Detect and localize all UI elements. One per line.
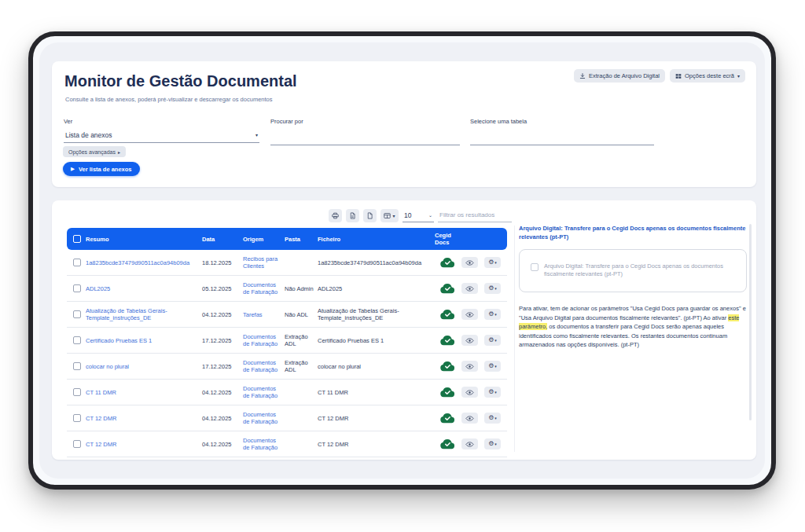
cell-resumo-link[interactable]: CT 12 DMR bbox=[86, 415, 202, 422]
view-button[interactable] bbox=[461, 283, 478, 294]
cell-resumo-link[interactable]: 1a8235bcde37479d90511ac0a94b09da bbox=[86, 259, 202, 266]
search-input[interactable] bbox=[270, 132, 460, 145]
cell-origem-link[interactable]: Documentos de Faturação bbox=[243, 437, 285, 451]
row-checkbox[interactable] bbox=[67, 362, 86, 370]
cegid-docs-status bbox=[433, 335, 461, 346]
view-button[interactable] bbox=[461, 438, 478, 449]
page-subtitle: Consulte a lista de anexos, poderá pré-v… bbox=[65, 96, 272, 103]
checkbox-icon bbox=[73, 336, 81, 344]
header-data[interactable]: Data bbox=[202, 236, 243, 243]
row-actions-button[interactable]: ⚙ ▾ bbox=[484, 438, 501, 449]
view-select-value: Lista de anexos bbox=[65, 131, 112, 139]
cell-resumo-link[interactable]: Certificado Pruebas ES 1 bbox=[86, 337, 202, 344]
row-checkbox[interactable] bbox=[67, 336, 86, 344]
row-actions-button[interactable]: ⚙ ▾ bbox=[484, 387, 501, 398]
caret-down-icon: ▾ bbox=[255, 133, 258, 138]
eye-icon bbox=[465, 286, 474, 292]
row-checkbox[interactable] bbox=[67, 259, 86, 266]
table-row: Atualização de Tabelas Gerais-Template_i… bbox=[67, 302, 507, 328]
row-checkbox[interactable] bbox=[67, 284, 86, 292]
cell-resumo-link[interactable]: ADL2025 bbox=[86, 285, 202, 292]
checkbox-icon bbox=[73, 362, 81, 370]
page-size-value: 10 bbox=[404, 211, 411, 219]
view-field-label: Ver bbox=[64, 118, 259, 125]
file-icon bbox=[366, 212, 373, 219]
search-field-label: Procurar por bbox=[270, 118, 460, 125]
screen-options-button[interactable]: Opções deste ecrã ▾ bbox=[670, 69, 745, 83]
cell-origem-link[interactable]: Recibos para Clientes bbox=[243, 255, 285, 270]
export-file-button[interactable] bbox=[363, 209, 377, 222]
cell-resumo-link[interactable]: colocar no plural bbox=[86, 363, 202, 370]
app-screen: Monitor de Gestão Documental Consulte a … bbox=[39, 42, 765, 479]
cell-origem-link[interactable]: Documentos de Faturação bbox=[243, 333, 285, 347]
row-actions-button[interactable]: ⚙ ▾ bbox=[484, 257, 501, 268]
view-button[interactable] bbox=[461, 309, 478, 320]
header-card: Monitor de Gestão Documental Consulte a … bbox=[52, 61, 756, 187]
gear-icon: ⚙ bbox=[488, 441, 494, 447]
columns-button[interactable]: ▾ bbox=[380, 209, 399, 222]
cell-data: 04.12.2025 bbox=[202, 389, 243, 396]
header-pasta[interactable]: Pasta bbox=[285, 236, 318, 243]
paragraph-text: Para ativar, tem de acionar os parâmetro… bbox=[519, 305, 746, 321]
caret-down-icon: ▾ bbox=[494, 339, 497, 343]
view-button[interactable] bbox=[461, 413, 478, 424]
caret-down-icon: ▾ bbox=[494, 313, 497, 317]
row-actions-button[interactable]: ⚙ ▾ bbox=[484, 309, 501, 320]
view-button[interactable] bbox=[461, 387, 478, 398]
cloud-check-icon bbox=[439, 309, 456, 320]
info-panel-title: Arquivo Digital: Transfere para o Cegid … bbox=[519, 224, 747, 241]
cell-pasta: Não ADL bbox=[285, 311, 318, 318]
extract-archive-button[interactable]: Extração de Arquivo Digital bbox=[574, 69, 665, 83]
row-actions-button[interactable]: ⚙ ▾ bbox=[484, 335, 501, 346]
view-button[interactable] bbox=[461, 335, 478, 346]
select-all-checkbox[interactable] bbox=[67, 235, 86, 243]
eye-icon bbox=[465, 416, 474, 421]
cell-origem-link[interactable]: Documentos de Faturação bbox=[243, 411, 285, 425]
header-cegid-docs[interactable]: Cegid Docs bbox=[433, 232, 461, 246]
header-ficheiro[interactable]: Ficheiro bbox=[318, 236, 433, 243]
view-select[interactable]: Lista de anexos ▾ bbox=[64, 130, 259, 143]
view-button[interactable] bbox=[461, 257, 478, 268]
cell-resumo-link[interactable]: Atualização de Tabelas Gerais-Template_i… bbox=[86, 307, 202, 321]
export-pdf-button[interactable] bbox=[346, 209, 359, 222]
cell-data: 04.12.2025 bbox=[202, 415, 243, 422]
play-icon: ▶ bbox=[71, 167, 75, 172]
header-origem[interactable]: Origem bbox=[243, 236, 285, 243]
gear-icon: ⚙ bbox=[488, 415, 494, 421]
cell-origem-link[interactable]: Documentos de Faturação bbox=[243, 281, 285, 295]
cell-resumo-link[interactable]: CT 12 DMR bbox=[86, 441, 202, 448]
tablet-device-frame: Monitor de Gestão Documental Consulte a … bbox=[28, 31, 776, 490]
cell-origem-link[interactable]: Documentos de Faturação bbox=[243, 359, 285, 373]
header-resumo[interactable]: Resumo bbox=[86, 236, 202, 243]
cloud-check-icon bbox=[439, 387, 456, 398]
caret-down-icon: ▾ bbox=[494, 365, 497, 369]
print-button[interactable] bbox=[329, 209, 342, 222]
filter-input[interactable] bbox=[438, 208, 512, 222]
advanced-options-button[interactable]: Opções avançadas ▸ bbox=[63, 146, 126, 157]
cell-origem-link[interactable]: Tarefas bbox=[243, 311, 285, 318]
view-attachments-button[interactable]: ▶ Ver lista de anexos bbox=[63, 162, 140, 176]
page-size-select[interactable]: 10 ⌄ bbox=[402, 208, 434, 222]
table-select-field: Selecione uma tabela bbox=[470, 118, 654, 145]
cell-ficheiro: CT 12 DMR bbox=[318, 441, 433, 448]
row-checkbox[interactable] bbox=[67, 388, 86, 396]
row-checkbox[interactable] bbox=[67, 440, 86, 448]
table-row: ADL2025 05.12.2025 Documentos de Faturaç… bbox=[67, 276, 507, 302]
view-button[interactable] bbox=[461, 361, 478, 372]
table-select-label: Selecione uma tabela bbox=[470, 118, 654, 125]
cell-resumo-link[interactable]: CT 11 DMR bbox=[86, 389, 202, 396]
caret-down-icon: ▾ bbox=[494, 442, 497, 446]
caret-down-icon: ▾ bbox=[392, 214, 395, 218]
cell-origem-link[interactable]: Documentos de Faturação bbox=[243, 385, 285, 399]
disabled-checkbox[interactable] bbox=[531, 263, 539, 271]
caret-down-icon: ▾ bbox=[494, 391, 497, 394]
eye-icon bbox=[465, 260, 474, 266]
row-checkbox[interactable] bbox=[67, 310, 86, 318]
table-select-input[interactable] bbox=[470, 132, 654, 145]
row-checkbox[interactable] bbox=[67, 414, 86, 422]
row-actions-button[interactable]: ⚙ ▾ bbox=[484, 361, 501, 372]
row-actions-button[interactable]: ⚙ ▾ bbox=[484, 283, 501, 294]
row-actions-button[interactable]: ⚙ ▾ bbox=[484, 413, 501, 424]
panel-scrollbar[interactable] bbox=[749, 224, 752, 420]
table-row: CT 12 DMR 04.12.2025 Documentos de Fatur… bbox=[67, 431, 507, 457]
